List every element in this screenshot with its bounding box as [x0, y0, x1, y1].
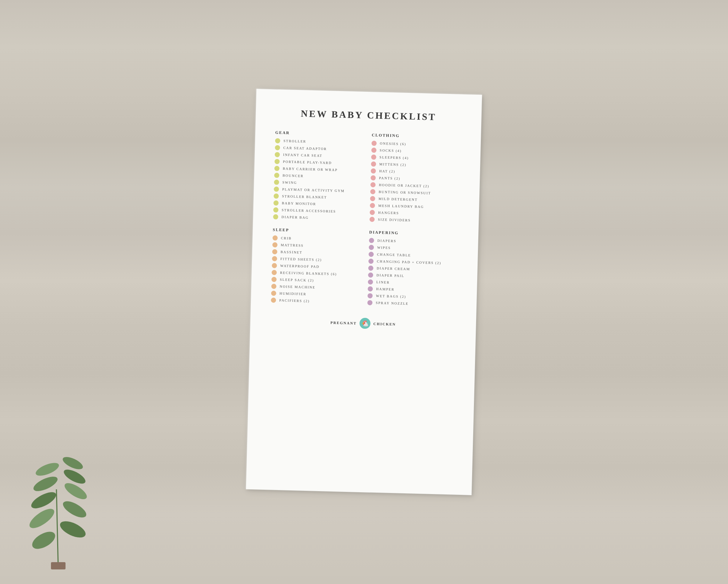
- list-item: MITTENS (2): [371, 161, 460, 169]
- item-label: WATERPROOF PAD: [280, 264, 320, 269]
- checkbox-dot[interactable]: [274, 186, 279, 192]
- item-label: MILD DETERGENT: [379, 197, 418, 202]
- checkbox-dot[interactable]: [274, 179, 279, 185]
- item-label: HAT (2): [379, 169, 396, 173]
- checkbox-dot[interactable]: [369, 217, 375, 222]
- checkbox-dot[interactable]: [272, 270, 277, 275]
- section-gear-title: GEAR: [275, 130, 364, 137]
- checkbox-dot[interactable]: [271, 297, 276, 303]
- list-item: DIAPER CREAM: [368, 265, 458, 273]
- list-item: HANGERS: [370, 210, 459, 217]
- list-item: PORTABLE PLAY-YARD: [274, 159, 364, 166]
- item-label: PACIFIERS (2): [279, 299, 310, 303]
- checkbox-dot[interactable]: [370, 189, 375, 194]
- checkbox-dot[interactable]: [370, 196, 375, 201]
- checkbox-dot[interactable]: [368, 293, 373, 298]
- checkbox-dot[interactable]: [271, 291, 276, 296]
- checkbox-dot[interactable]: [275, 152, 280, 157]
- checkbox-dot[interactable]: [369, 245, 374, 250]
- item-label: NOISE MACHINE: [280, 285, 315, 289]
- item-label: INFANT CAR SEAT: [283, 153, 323, 158]
- svg-line-0: [56, 489, 58, 569]
- checkbox-dot[interactable]: [368, 279, 373, 284]
- list-item: SPRAY NOZZLE: [367, 300, 456, 307]
- checkbox-dot[interactable]: [370, 210, 375, 215]
- checkbox-dot[interactable]: [271, 284, 276, 289]
- left-column: GEAR STROLLER CAR SEAT ADAPTOR INFANT CA…: [271, 130, 364, 307]
- item-label: HANGERS: [378, 211, 399, 215]
- checkbox-dot[interactable]: [273, 235, 278, 240]
- svg-point-4: [60, 498, 88, 521]
- footer-text-right: CHICKEN: [373, 321, 396, 326]
- item-label: WIPES: [377, 246, 391, 250]
- item-label: CRIB: [281, 236, 292, 240]
- list-item: SLEEP SACK (2): [272, 277, 361, 284]
- checkbox-dot[interactable]: [273, 200, 278, 205]
- clothing-list: ONESIES (6) SOCKS (4) SLEEPERS (4) MITTE…: [369, 141, 461, 224]
- svg-point-1: [29, 528, 58, 552]
- item-label: WET BAGS (2): [376, 294, 406, 299]
- item-label: BABY MONITOR: [282, 201, 316, 206]
- checkbox-dot[interactable]: [274, 193, 279, 198]
- checkbox-dot[interactable]: [372, 141, 377, 146]
- plant-decoration: [22, 424, 95, 569]
- item-label: DIAPER PAIL: [376, 273, 404, 278]
- list-item: BUNTING OR SNOWSUIT: [370, 189, 459, 196]
- item-label: SWING: [282, 181, 297, 185]
- item-label: HUMIDIFIER: [280, 292, 306, 296]
- list-item: ONESIES (6): [372, 141, 461, 148]
- checkbox-dot[interactable]: [274, 159, 280, 164]
- item-label: PLAYMAT OR ACTIVITY GYM: [282, 188, 345, 193]
- item-label: DIAPER CREAM: [377, 267, 410, 271]
- checkbox-dot[interactable]: [274, 173, 279, 178]
- checkbox-dot[interactable]: [369, 252, 374, 257]
- item-label: PANTS (2): [379, 176, 400, 181]
- checkbox-dot[interactable]: [367, 300, 372, 305]
- list-item: STROLLER ACCESSORIES: [273, 207, 363, 214]
- item-label: FITTED SHEETS (2): [280, 257, 322, 262]
- list-item: BOUNCER: [274, 173, 363, 180]
- list-item: CAR SEAT ADAPTOR: [275, 145, 364, 152]
- checkbox-dot[interactable]: [272, 242, 277, 247]
- svg-rect-11: [51, 562, 66, 569]
- item-label: SLEEPERS (4): [380, 155, 409, 160]
- list-item: STROLLER BLANKET: [274, 193, 363, 201]
- checkbox-dot[interactable]: [272, 256, 277, 261]
- list-item: PACIFIERS (2): [271, 297, 360, 305]
- checkbox-dot[interactable]: [368, 259, 373, 264]
- checkbox-dot[interactable]: [368, 272, 373, 277]
- list-item: INFANT CAR SEAT: [275, 152, 364, 159]
- list-item: HAMPER: [368, 286, 457, 293]
- checkbox-dot[interactable]: [371, 154, 376, 159]
- checkbox-dot[interactable]: [371, 161, 376, 166]
- checkbox-dot[interactable]: [371, 147, 376, 153]
- checkbox-dot[interactable]: [369, 238, 374, 243]
- logo-icon: 🐔: [361, 320, 369, 327]
- checkbox-dot[interactable]: [371, 168, 376, 173]
- item-label: MITTENS (2): [379, 162, 407, 167]
- right-column: CLOTHING ONESIES (6) SOCKS (4) SLEEPERS …: [367, 133, 461, 309]
- checkbox-dot[interactable]: [273, 214, 278, 219]
- svg-point-2: [58, 518, 88, 541]
- list-item: WIPES: [369, 245, 458, 252]
- item-label: STROLLER: [284, 139, 306, 143]
- checkbox-dot[interactable]: [275, 138, 280, 143]
- gear-list: STROLLER CAR SEAT ADAPTOR INFANT CAR SEA…: [273, 138, 364, 221]
- list-item: FITTED SHEETS (2): [272, 256, 361, 263]
- item-label: CHANGE TABLE: [377, 253, 411, 257]
- list-item: STROLLER: [275, 138, 364, 145]
- card-footer: PREGNANT 🐔 CHICKEN: [270, 315, 456, 331]
- list-item: HOODIE OR JACKET (2): [371, 182, 460, 189]
- checkbox-dot[interactable]: [272, 249, 277, 254]
- checkbox-dot[interactable]: [272, 263, 277, 268]
- columns-container: GEAR STROLLER CAR SEAT ADAPTOR INFANT CA…: [271, 130, 461, 309]
- checkbox-dot[interactable]: [368, 286, 373, 291]
- checkbox-dot[interactable]: [272, 277, 277, 282]
- checkbox-dot[interactable]: [273, 207, 278, 212]
- checkbox-dot[interactable]: [274, 166, 280, 171]
- checkbox-dot[interactable]: [370, 203, 375, 208]
- checkbox-dot[interactable]: [371, 182, 376, 187]
- checkbox-dot[interactable]: [368, 265, 373, 271]
- checkbox-dot[interactable]: [371, 175, 376, 180]
- checkbox-dot[interactable]: [275, 145, 280, 150]
